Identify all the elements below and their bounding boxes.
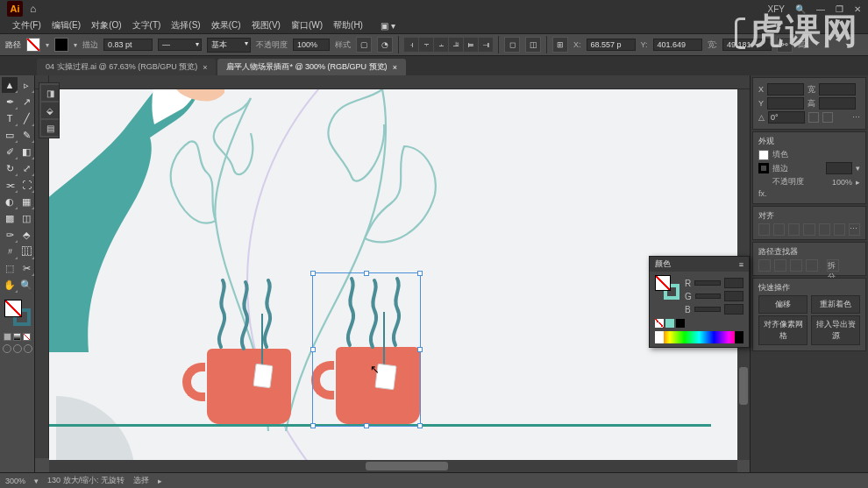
stroke-swatch[interactable] (54, 38, 68, 52)
artboard-tool[interactable]: ⬚ (2, 260, 18, 276)
graph-tool[interactable]: ⿲ (18, 244, 34, 259)
close-icon[interactable]: × (203, 63, 207, 72)
color-fill-stroke[interactable] (655, 275, 679, 300)
zoom-level[interactable]: 300% (5, 477, 25, 485)
width-tool[interactable]: ⫘ (2, 177, 18, 193)
shape-mode-icon[interactable]: ◻ (504, 37, 520, 53)
selection-bounding-box[interactable] (312, 272, 421, 427)
menu-window[interactable]: 窗口(W) (288, 18, 326, 33)
b-slider[interactable] (694, 307, 721, 312)
opacity-value[interactable]: 100% (832, 178, 852, 187)
pencil-tool[interactable]: ✐ (2, 144, 18, 159)
menu-object[interactable]: 对象(O) (88, 18, 125, 33)
h-field[interactable] (819, 97, 856, 110)
w-field[interactable] (819, 83, 856, 95)
angle-field[interactable] (768, 111, 805, 124)
draw-normal-icon[interactable] (3, 344, 11, 353)
draw-behind-icon[interactable] (13, 344, 22, 353)
menu-edit[interactable]: 编辑(E) (48, 18, 84, 33)
panel-icon[interactable]: ⬙ (41, 103, 59, 118)
brush-def[interactable]: 基本 (207, 38, 251, 53)
free-transform-tool[interactable]: ⛶ (18, 177, 34, 193)
pathop-icon[interactable] (774, 259, 786, 272)
eyedropper-tool[interactable]: ✑ (2, 227, 18, 243)
pathop-icon[interactable] (790, 259, 802, 272)
menu-file[interactable]: 文件(F) (9, 18, 45, 33)
var-width-profile[interactable]: — (158, 39, 202, 51)
menu-select[interactable]: 选择(S) (167, 18, 203, 33)
align-hcenter-icon[interactable]: ⫟ (419, 38, 433, 52)
color-panel[interactable]: 颜色≡ R G B (649, 256, 750, 348)
transform-anchor[interactable]: ⊞ (552, 37, 568, 53)
rotate-tool[interactable]: ↻ (2, 160, 18, 176)
flip-v-icon[interactable] (822, 112, 833, 123)
symbol-spray-tool[interactable]: 〃 (2, 244, 18, 259)
panel-menu-icon[interactable]: ≡ (739, 260, 743, 269)
w-input[interactable]: 49.181 (722, 39, 772, 51)
direct-select-tool[interactable]: ▹ (18, 77, 34, 93)
fill-swatch-small[interactable] (758, 150, 769, 160)
opacity-input[interactable]: 100% (293, 39, 330, 51)
window-close[interactable]: ✕ (854, 4, 861, 14)
fx-label[interactable]: fx. (758, 189, 767, 198)
window-minimize[interactable]: — (816, 4, 825, 14)
brush-tool[interactable]: ✎ (18, 127, 34, 143)
fill-stroke-control[interactable] (3, 298, 32, 328)
recolor-button[interactable]: 重新着色 (811, 295, 860, 314)
b-value[interactable] (724, 304, 743, 315)
graphic-style[interactable]: ▢ (356, 37, 372, 53)
align-right-icon[interactable]: ⫠ (434, 38, 448, 52)
eraser-tool[interactable]: ◧ (18, 144, 34, 159)
r-slider[interactable] (694, 280, 721, 286)
tab-doc-1[interactable]: 04 实操过程.ai @ 67.63% (RGB/GPU 预览)× (37, 59, 216, 75)
draw-inside-icon[interactable] (24, 344, 32, 353)
perspective-tool[interactable]: ▦ (18, 194, 34, 209)
g-value[interactable] (724, 291, 743, 301)
menu-type[interactable]: 文字(T) (129, 18, 165, 33)
blend-tool[interactable]: ⬘ (18, 227, 34, 243)
align-left-icon[interactable]: ⫞ (404, 38, 418, 52)
y-input[interactable]: 401.649 (653, 39, 702, 51)
stroke-weight-field[interactable] (826, 162, 852, 174)
mesh-tool[interactable]: ▩ (2, 210, 18, 226)
menu-share-icon[interactable]: ▣ ▾ (377, 19, 399, 32)
export-asset-button[interactable]: 排入导出资源 (811, 315, 860, 345)
r-value[interactable] (724, 278, 743, 288)
align-top-icon[interactable]: ⫡ (449, 38, 463, 52)
stroke-swatch-small[interactable] (758, 163, 769, 173)
align-icon[interactable] (758, 223, 770, 236)
align-icon[interactable] (803, 223, 815, 236)
tab-doc-2[interactable]: 扁平人物场景插画* @ 300% (RGB/GPU 预览)× (217, 59, 405, 75)
home-icon[interactable]: ⌂ (30, 3, 36, 15)
x-field[interactable] (767, 83, 804, 95)
close-icon[interactable]: × (393, 63, 397, 72)
hand-tool[interactable]: ✋ (2, 277, 18, 293)
shape-builder-tool[interactable]: ◐ (2, 194, 18, 209)
none-swatch[interactable] (655, 319, 664, 328)
pathop-icon[interactable] (758, 259, 771, 272)
black-swatch[interactable] (676, 319, 685, 328)
rect-tool[interactable]: ▭ (2, 127, 18, 143)
ruler-vertical[interactable] (35, 89, 49, 458)
stroke-weight-input[interactable]: 0.83 pt (103, 39, 153, 51)
x-input[interactable]: 68.557 p (587, 39, 636, 51)
color-spectrum[interactable] (655, 331, 743, 343)
isolate-icon[interactable]: ◫ (525, 37, 541, 53)
slice-tool[interactable]: ✂ (18, 260, 34, 276)
panel-icon[interactable]: ▤ (41, 120, 59, 136)
type-tool[interactable]: T (2, 110, 18, 126)
y-field[interactable] (767, 97, 804, 110)
fill-swatch[interactable] (26, 38, 40, 52)
selection-tool[interactable]: ▲ (2, 77, 18, 93)
canvas[interactable]: ↖ (49, 89, 737, 460)
menu-help[interactable]: 帮助(H) (330, 18, 366, 33)
pathop-icon[interactable] (806, 259, 818, 272)
gradient-tool[interactable]: ◫ (18, 210, 34, 226)
align-icon[interactable] (819, 223, 830, 236)
zoom-tool[interactable]: 🔍 (18, 277, 34, 293)
align-pixel-button[interactable]: 对齐像素网格 (758, 315, 808, 345)
align-icon[interactable] (773, 223, 785, 236)
curvature-tool[interactable]: ↗ (18, 94, 34, 110)
align-bottom-icon[interactable]: ⫣ (479, 38, 493, 52)
panel-icon[interactable]: ◨ (41, 85, 59, 101)
